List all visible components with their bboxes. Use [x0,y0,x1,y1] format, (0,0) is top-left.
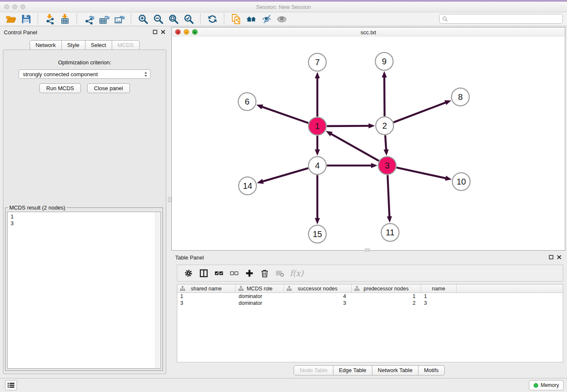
graph-edge-1-2[interactable] [327,123,375,128]
close-table-panel-icon[interactable] [556,254,562,260]
hierarchy-icon [238,286,244,293]
column-header-MCDS-role[interactable]: MCDS role [236,284,284,293]
home-button[interactable] [244,13,259,25]
horizontal-splitter-grip[interactable] [365,248,370,251]
close-panel-button[interactable]: Close panel [87,83,130,93]
graph-edge-4-3[interactable] [327,163,378,168]
graph-node-11[interactable]: 11 [381,224,399,241]
zoom-fit-button[interactable] [166,13,181,25]
graph-node-4[interactable]: 4 [308,157,326,174]
table-cell[interactable]: 1 [177,293,236,300]
table-cell[interactable]: dominator [236,300,284,306]
graph-node-3[interactable]: 3 [378,157,396,174]
search-input[interactable] [448,16,562,22]
table-cell[interactable]: 4 [284,293,352,300]
column-header-name[interactable]: name [421,284,457,293]
float-panel-icon[interactable] [152,29,158,35]
graph-node-7[interactable]: 7 [308,53,326,71]
close-panel-icon[interactable] [160,29,166,35]
graph-edge-3-1[interactable] [326,131,379,161]
import-network-icon [44,14,55,25]
table-cell[interactable]: 3 [177,300,236,306]
graph-edge-1-7[interactable] [315,72,320,117]
duplicate-network-button[interactable] [228,13,244,25]
result-scrollbar[interactable] [155,213,160,368]
graph-node-15[interactable]: 15 [308,225,326,243]
vertical-splitter-grip[interactable] [168,197,171,202]
table-header-row: shared nameMCDS rolesuccessor nodesprede… [177,284,563,293]
import-network-button[interactable] [42,13,58,25]
graph-edge-1-6[interactable] [256,105,308,123]
refresh-button[interactable] [205,13,220,25]
table-settings-button[interactable] [182,266,195,280]
export-network-button[interactable] [81,13,96,25]
criterion-select[interactable]: strongly connected component [19,69,151,79]
mcds-result-textarea[interactable]: 1 3 [7,212,161,369]
graph-node-10[interactable]: 10 [452,173,470,190]
graph-edge-4-14[interactable] [257,168,308,184]
tab-mcds[interactable]: MCDS [112,40,140,50]
network-frame-titlebar[interactable]: × − + scc.txt [172,28,565,37]
table-cell[interactable]: dominator [236,293,284,300]
graph-edge-2-9[interactable] [382,71,387,116]
tab-edge-table[interactable]: Edge Table [333,365,372,375]
graph-edge-1-4[interactable] [315,136,320,156]
column-header-shared-name[interactable]: shared name [177,284,236,293]
export-image-icon [114,14,125,25]
select-all-checks-button[interactable] [212,266,226,280]
export-table-button[interactable] [96,13,112,25]
show-display-button[interactable] [274,13,289,25]
tab-network-table[interactable]: Network Table [372,365,418,375]
deselect-checks-button[interactable] [227,266,241,280]
tab-select[interactable]: Select [85,40,112,50]
table-row[interactable]: 3dominator323 [177,300,563,306]
run-mcds-button[interactable]: Run MCDS [39,83,81,93]
table-cell[interactable]: 1 [352,293,421,300]
table-cell[interactable]: 1 [421,293,457,300]
split-columns-button[interactable] [197,266,210,280]
tab-node-table[interactable]: Node Table [294,365,333,375]
table-row[interactable]: 1dominator411 [177,293,563,300]
table-cell[interactable]: 2 [352,300,421,306]
graph-edge-3-10[interactable] [396,168,452,181]
status-bar: Memory [0,378,567,392]
zoom-in-button[interactable] [135,13,151,25]
tab-style[interactable]: Style [62,40,85,50]
delete-row-button[interactable] [258,266,271,280]
network-canvas[interactable]: 7968124310141511 [172,37,565,250]
graph-edge-3-11[interactable] [387,175,392,223]
column-header-predecessor-nodes[interactable]: predecessor nodes [352,284,421,293]
task-history-button[interactable] [5,380,17,390]
float-table-panel-icon[interactable] [548,254,554,260]
hide-display-button[interactable] [259,13,274,25]
hide-display-icon [261,14,272,25]
import-table-button[interactable] [58,13,73,25]
function-builder-button: f(x) [288,266,305,280]
memory-button[interactable]: Memory [529,380,564,390]
export-image-button[interactable] [112,13,127,25]
zoom-out-button[interactable] [151,13,166,25]
graph-edge-2-8[interactable] [394,100,451,122]
zoom-selected-button[interactable] [181,13,196,25]
graph-edge-2-3[interactable] [384,135,389,156]
graph-edge-4-15[interactable] [315,175,320,225]
graph-node-8[interactable]: 8 [451,88,469,106]
open-session-button[interactable] [3,13,19,25]
column-header-successor-nodes[interactable]: successor nodes [284,284,352,293]
tab-network[interactable]: Network [30,40,62,50]
graph-node-2[interactable]: 2 [376,117,394,135]
table-cell[interactable]: 3 [284,300,352,306]
svg-text:4: 4 [315,161,319,170]
save-session-button[interactable] [19,13,34,25]
table-cell[interactable]: 3 [421,300,457,306]
add-row-button[interactable] [242,266,256,280]
svg-text:7: 7 [315,58,319,67]
control-panel-title: Control Panel [4,29,37,36]
graph-node-14[interactable]: 14 [239,177,256,195]
save-session-icon [21,14,32,25]
mcds-result-values: 1 3 [11,213,14,227]
graph-node-6[interactable]: 6 [238,93,256,110]
graph-node-1[interactable]: 1 [308,117,326,135]
tab-motifs[interactable]: Motifs [418,365,445,375]
graph-node-9[interactable]: 9 [375,52,393,70]
